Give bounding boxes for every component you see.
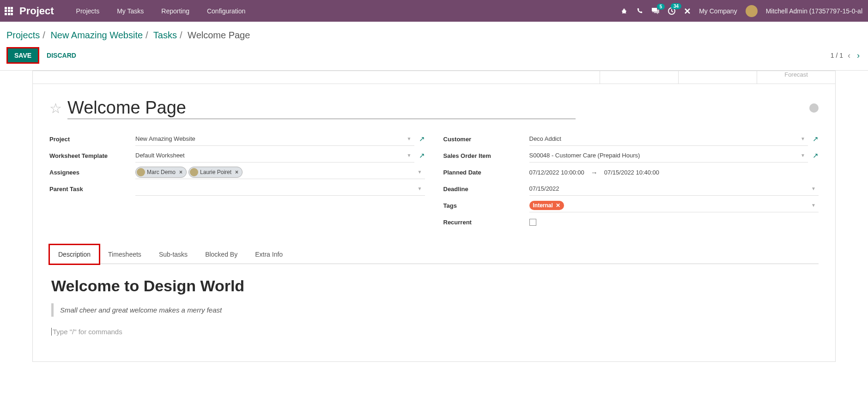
pager-next-icon[interactable]: › [855, 49, 862, 62]
chevron-down-icon[interactable]: ▼ [808, 186, 819, 191]
fields-grid: Project New Amazing Website ▼ ↗ Workshee… [49, 131, 819, 231]
actions-bar: SAVE DISCARD 1 / 1 ‹ › [0, 42, 868, 71]
nav-configuration[interactable]: Configuration [199, 5, 254, 18]
recurrent-checkbox[interactable] [529, 219, 536, 226]
star-icon[interactable]: ☆ [49, 100, 62, 116]
save-highlight: SAVE [6, 47, 39, 64]
crumb-tasks[interactable]: Tasks [153, 30, 177, 40]
tab-extra-info[interactable]: Extra Info [246, 245, 291, 264]
label-recurrent: Recurrent [443, 219, 529, 226]
breadcrumb-bar: Projects/ New Amazing Website/ Tasks/ We… [0, 22, 868, 42]
description-quote[interactable]: Small cheer and great welcome makes a me… [51, 303, 817, 317]
activities-icon[interactable]: 34 [668, 7, 676, 15]
remove-icon[interactable]: ✕ [556, 202, 560, 209]
nav-right: 5 34 My Company Mitchell Admin (17357797… [620, 5, 863, 17]
kanban-state-icon[interactable] [809, 103, 819, 113]
avatar-icon [137, 168, 145, 176]
save-button[interactable]: SAVE [8, 48, 38, 62]
value-project: New Amazing Website [135, 135, 195, 142]
planned-from[interactable]: 07/12/2022 10:00:00 [529, 169, 584, 176]
stat-btn-2[interactable] [678, 71, 757, 84]
assignee-name: Laurie Poiret [200, 169, 231, 175]
value-sales-order: S00048 - Customer Care (Prepaid Hours) [529, 152, 640, 159]
assignee-chip[interactable]: Marc Demo× [135, 167, 187, 178]
phone-icon[interactable] [636, 7, 643, 14]
label-parent: Parent Task [49, 186, 135, 192]
assignee-name: Marc Demo [147, 169, 176, 175]
chevron-down-icon[interactable]: ▼ [798, 153, 808, 158]
company-selector[interactable]: My Company [699, 7, 737, 15]
chevron-down-icon[interactable]: ▼ [415, 169, 425, 174]
stat-btn-1[interactable] [600, 71, 678, 84]
bug-icon[interactable] [620, 7, 628, 15]
tab-timesheets[interactable]: Timesheets [99, 245, 150, 264]
chevron-down-icon[interactable]: ▼ [404, 153, 414, 158]
field-project[interactable]: New Amazing Website ▼ [135, 132, 414, 146]
tabs: Description Timesheets Sub-tasks Blocked… [49, 245, 819, 264]
user-menu[interactable]: Mitchell Admin (17357797-15-0-al [766, 7, 862, 15]
chevron-down-icon[interactable]: ▼ [415, 186, 425, 191]
value-worksheet: Default Worksheet [135, 152, 185, 159]
form-sheet: Forecast ☆ Project New Amazing Website ▼ [32, 71, 836, 362]
title-row: ☆ [49, 97, 819, 119]
fields-left: Project New Amazing Website ▼ ↗ Workshee… [49, 131, 425, 231]
task-title-input[interactable] [67, 97, 576, 119]
external-link-icon[interactable]: ↗ [419, 135, 425, 143]
close-icon[interactable] [684, 8, 691, 14]
tag-chip[interactable]: Internal✕ [529, 201, 564, 210]
form-body: ☆ Project New Amazing Website ▼ ↗ [33, 84, 835, 361]
pager-count: 1 / 1 [831, 52, 843, 59]
pager-prev-icon[interactable]: ‹ [846, 49, 852, 62]
crumb-projects[interactable]: Projects [6, 30, 40, 40]
external-link-icon[interactable]: ↗ [813, 135, 819, 143]
chevron-down-icon[interactable]: ▼ [798, 136, 808, 141]
field-parent-task[interactable]: ▼ [135, 182, 425, 196]
stat-forecast-label: Forecast [784, 71, 808, 78]
value-deadline: 07/15/2022 [529, 185, 559, 192]
tab-description[interactable]: Description [49, 245, 99, 264]
nav-links: Projects My Tasks Reporting Configuratio… [68, 5, 254, 18]
field-customer[interactable]: Deco Addict ▼ [529, 132, 808, 146]
field-deadline[interactable]: 07/15/2022 ▼ [529, 182, 819, 196]
chevron-down-icon[interactable]: ▼ [808, 203, 819, 208]
field-assignees[interactable]: Marc Demo× Laurie Poiret× ▼ [135, 165, 425, 179]
external-link-icon[interactable]: ↗ [419, 151, 425, 160]
avatar-icon [190, 168, 198, 176]
pager: 1 / 1 ‹ › [831, 49, 862, 62]
messages-badge: 5 [657, 4, 665, 10]
value-customer: Deco Addict [529, 135, 561, 142]
discard-button[interactable]: DISCARD [42, 48, 81, 63]
activities-badge: 34 [671, 3, 681, 9]
app-brand[interactable]: Project [19, 5, 54, 17]
description-heading[interactable]: Welcome to Design World [51, 277, 817, 295]
fields-right: Customer Deco Addict ▼ ↗ Sales Order Ite… [443, 131, 819, 231]
nav-projects[interactable]: Projects [68, 5, 108, 18]
description-body[interactable]: Welcome to Design World Small cheer and … [49, 264, 819, 349]
crumb-project[interactable]: New Amazing Website [50, 30, 143, 40]
stat-forecast[interactable]: Forecast [757, 71, 835, 84]
avatar[interactable] [746, 5, 758, 17]
external-link-icon[interactable]: ↗ [813, 151, 819, 160]
field-planned-date[interactable]: 07/12/2022 10:00:00 → 07/15/2022 10:40:0… [529, 165, 819, 179]
tab-blocked-by[interactable]: Blocked By [196, 245, 246, 264]
breadcrumb: Projects/ New Amazing Website/ Tasks/ We… [6, 30, 862, 41]
field-worksheet[interactable]: Default Worksheet ▼ [135, 149, 414, 162]
assignee-chip[interactable]: Laurie Poiret× [188, 167, 243, 178]
planned-to[interactable]: 07/15/2022 10:40:00 [604, 169, 659, 176]
field-tags[interactable]: Internal✕ ▼ [529, 198, 819, 212]
label-assignees: Assignees [49, 169, 135, 176]
nav-my-tasks[interactable]: My Tasks [109, 5, 152, 18]
remove-icon[interactable]: × [177, 169, 184, 175]
messages-icon[interactable]: 5 [651, 7, 659, 14]
description-placeholder[interactable]: Type "/" for commands [51, 328, 817, 336]
top-nav: Project Projects My Tasks Reporting Conf… [0, 0, 868, 22]
nav-reporting[interactable]: Reporting [153, 5, 198, 18]
remove-icon[interactable]: × [233, 169, 240, 175]
apps-icon[interactable] [5, 7, 13, 15]
label-planned: Planned Date [443, 169, 529, 176]
stat-buttons-strip: Forecast [33, 71, 835, 84]
chevron-down-icon[interactable]: ▼ [404, 136, 414, 141]
field-sales-order[interactable]: S00048 - Customer Care (Prepaid Hours) ▼ [529, 149, 808, 162]
label-project: Project [49, 136, 135, 143]
tab-subtasks[interactable]: Sub-tasks [150, 245, 196, 264]
